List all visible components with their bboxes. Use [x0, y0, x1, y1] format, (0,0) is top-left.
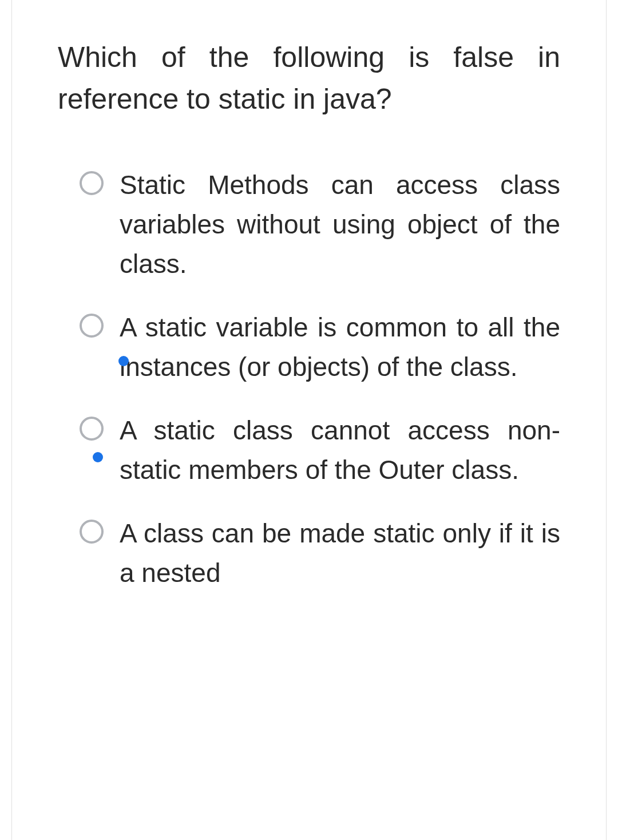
question-card: Which of the following is false in refer…: [11, 0, 607, 840]
option-label: Static Methods can access class variable…: [120, 165, 560, 284]
cursor-dot-icon: [93, 452, 103, 462]
option-3[interactable]: A class can be made static only if it is…: [58, 514, 560, 593]
radio-icon[interactable]: [80, 520, 104, 544]
option-label: A class can be made static only if it is…: [120, 514, 560, 593]
cursor-dot-icon: [118, 356, 129, 366]
option-label: A static class cannot access non-static …: [120, 411, 560, 490]
radio-icon[interactable]: [80, 417, 104, 441]
radio-icon[interactable]: [80, 171, 104, 195]
question-text: Which of the following is false in refer…: [58, 37, 560, 120]
options-group: Static Methods can access class variable…: [58, 165, 560, 593]
option-label: A static variable is common to all the i…: [120, 308, 560, 387]
option-0[interactable]: Static Methods can access class variable…: [58, 165, 560, 284]
option-1[interactable]: A static variable is common to all the i…: [58, 308, 560, 387]
radio-icon[interactable]: [80, 314, 104, 338]
option-2[interactable]: A static class cannot access non-static …: [58, 411, 560, 490]
